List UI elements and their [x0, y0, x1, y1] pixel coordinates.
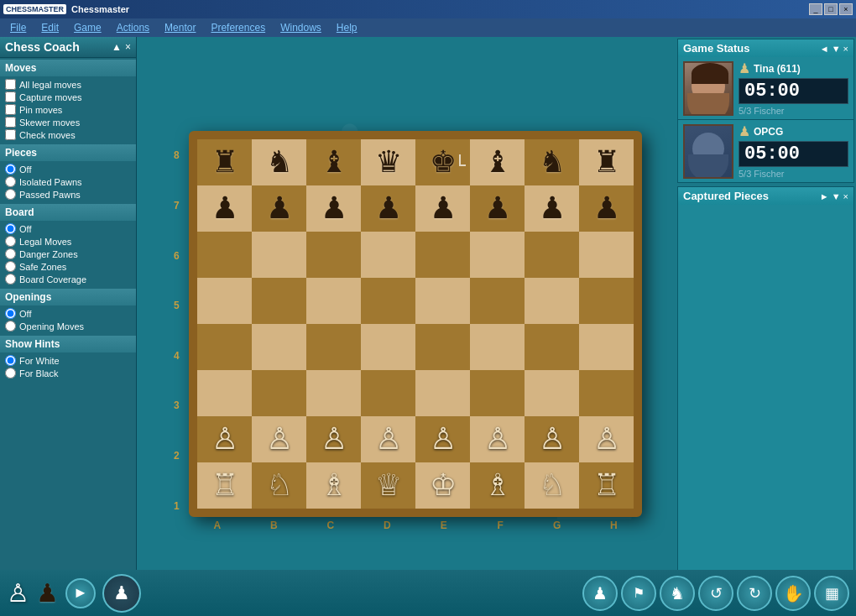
square-g2[interactable]: ♙: [525, 416, 579, 462]
toolbar-btn-3[interactable]: ♞: [660, 576, 695, 611]
close-button[interactable]: ×: [839, 3, 853, 15]
isolated-pawns-radio[interactable]: [5, 176, 16, 187]
square-a4[interactable]: [197, 324, 252, 370]
game-status-controls[interactable]: ◄ ▼ ×: [820, 44, 848, 54]
square-c8[interactable]: ♝: [306, 139, 361, 185]
capture-moves-checkbox[interactable]: [5, 91, 16, 102]
game-status-down-button[interactable]: ▼: [832, 44, 841, 54]
square-d1[interactable]: ♕: [361, 462, 415, 509]
menu-edit[interactable]: Edit: [34, 20, 65, 35]
square-c2[interactable]: ♙: [306, 416, 361, 462]
square-d2[interactable]: ♙: [361, 416, 415, 462]
square-e3[interactable]: [415, 370, 470, 416]
square-g3[interactable]: [525, 370, 579, 416]
square-a5[interactable]: [197, 278, 252, 324]
square-h4[interactable]: [579, 324, 634, 370]
square-c6[interactable]: [306, 232, 361, 278]
maximize-button[interactable]: □: [824, 3, 838, 15]
toolbar-btn-2[interactable]: ⚑: [621, 576, 656, 611]
square-g6[interactable]: [525, 232, 579, 278]
square-h8[interactable]: ♜: [579, 139, 634, 185]
square-a6[interactable]: [197, 232, 252, 278]
square-c5[interactable]: [306, 278, 361, 324]
square-e4[interactable]: [415, 324, 470, 370]
square-h5[interactable]: [579, 278, 634, 324]
coach-minimize-button[interactable]: ▲: [112, 41, 122, 53]
square-g1[interactable]: ♘: [525, 462, 579, 509]
all-legal-moves-checkbox[interactable]: [5, 79, 16, 90]
opening-moves-radio[interactable]: [5, 321, 16, 331]
toolbar-btn-6[interactable]: ✋: [775, 576, 811, 611]
menu-game[interactable]: Game: [67, 20, 108, 35]
square-f6[interactable]: [470, 232, 525, 278]
square-f2[interactable]: ♙: [470, 416, 525, 462]
toolbar-play-button[interactable]: ►: [65, 578, 96, 608]
square-e2[interactable]: ♙: [415, 416, 470, 462]
square-d3[interactable]: [361, 370, 415, 416]
safe-zones-radio[interactable]: [5, 261, 16, 272]
game-status-left-button[interactable]: ◄: [820, 44, 829, 54]
menu-windows[interactable]: Windows: [274, 20, 328, 35]
board-off-radio[interactable]: [5, 223, 16, 234]
square-c4[interactable]: [306, 324, 361, 370]
square-e1[interactable]: ♔: [415, 462, 470, 509]
toolbar-btn-1[interactable]: ♟: [582, 576, 618, 611]
toolbar-right[interactable]: ♟ ⚑ ♞ ↺ ↻ ✋ ▦: [582, 576, 849, 611]
danger-zones-radio[interactable]: [5, 248, 16, 259]
coach-controls[interactable]: ▲ ×: [112, 41, 131, 53]
square-a2[interactable]: ♙: [197, 416, 252, 462]
square-b1[interactable]: ♘: [252, 462, 306, 509]
pieces-off-radio[interactable]: [5, 164, 16, 175]
for-black-radio[interactable]: [5, 368, 16, 378]
game-status-close-button[interactable]: ×: [843, 44, 848, 54]
check-moves-checkbox[interactable]: [5, 129, 16, 140]
square-f5[interactable]: [470, 278, 525, 324]
square-d4[interactable]: [361, 324, 415, 370]
square-h1[interactable]: ♖: [579, 462, 634, 509]
for-white-radio[interactable]: [5, 355, 16, 366]
square-b3[interactable]: [252, 370, 306, 416]
menu-mentor[interactable]: Mentor: [158, 20, 202, 35]
toolbar-btn-4[interactable]: ↺: [698, 576, 733, 611]
square-g4[interactable]: [525, 324, 579, 370]
square-c7[interactable]: ♟: [306, 185, 361, 232]
skewer-moves-checkbox[interactable]: [5, 117, 16, 128]
square-b6[interactable]: [252, 232, 306, 278]
captured-close-button[interactable]: ×: [843, 191, 848, 201]
square-b8[interactable]: ♞: [252, 139, 306, 185]
minimize-button[interactable]: _: [809, 3, 822, 15]
square-h7[interactable]: ♟: [579, 185, 634, 232]
square-g5[interactable]: [525, 278, 579, 324]
pin-moves-checkbox[interactable]: [5, 104, 16, 115]
board-coverage-radio[interactable]: [5, 274, 16, 285]
menu-preferences[interactable]: Preferences: [204, 20, 272, 35]
captured-down-button[interactable]: ▼: [832, 191, 841, 201]
square-h2[interactable]: ♙: [579, 416, 634, 462]
passed-pawns-radio[interactable]: [5, 189, 16, 200]
menu-file[interactable]: File: [3, 20, 33, 35]
square-h3[interactable]: [579, 370, 634, 416]
square-b7[interactable]: ♟: [252, 185, 306, 232]
menu-help[interactable]: Help: [330, 20, 364, 35]
coach-close-button[interactable]: ×: [125, 41, 131, 53]
square-c3[interactable]: [306, 370, 361, 416]
toolbar-btn-5[interactable]: ↻: [737, 576, 772, 611]
square-b2[interactable]: ♙: [252, 416, 306, 462]
square-e7[interactable]: ♟: [415, 185, 470, 232]
square-d8[interactable]: ♛: [361, 139, 415, 185]
square-b5[interactable]: [252, 278, 306, 324]
square-f1[interactable]: ♗: [470, 462, 525, 509]
square-f7[interactable]: ♟: [470, 185, 525, 232]
square-e6[interactable]: [415, 232, 470, 278]
square-g7[interactable]: ♟: [525, 185, 579, 232]
toolbar-btn-7[interactable]: ▦: [814, 576, 849, 611]
square-d7[interactable]: ♟: [361, 185, 415, 232]
legal-moves-radio[interactable]: [5, 236, 16, 247]
square-a3[interactable]: [197, 370, 252, 416]
square-f8[interactable]: ♝: [470, 139, 525, 185]
captured-pieces-controls[interactable]: ► ▼ ×: [820, 191, 848, 201]
menu-actions[interactable]: Actions: [110, 20, 156, 35]
openings-off-radio[interactable]: [5, 308, 16, 319]
square-b4[interactable]: [252, 324, 306, 370]
square-d6[interactable]: [361, 232, 415, 278]
